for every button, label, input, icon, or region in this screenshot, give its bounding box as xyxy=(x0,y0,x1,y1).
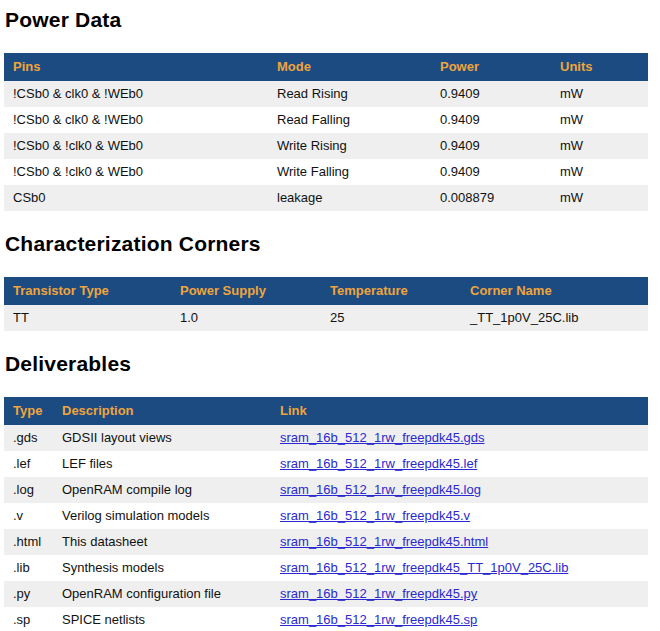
cell-power: 0.9409 xyxy=(431,107,551,133)
power-data-table: Pins Mode Power Units !CSb0 & clk0 & !WE… xyxy=(4,53,648,211)
cell-pins: !CSb0 & clk0 & !WEb0 xyxy=(4,81,268,107)
cell-mode: Write Rising xyxy=(268,133,431,159)
deliverable-link-gds[interactable]: sram_16b_512_1rw_freepdk45.gds xyxy=(280,430,485,445)
cell-pins: !CSb0 & !clk0 & WEb0 xyxy=(4,159,268,185)
cell-units: mW xyxy=(551,133,648,159)
column-header-link: Link xyxy=(271,397,648,425)
deliverables-table: Type Description Link .gds GDSII layout … xyxy=(4,397,648,631)
section-title-deliverables: Deliverables xyxy=(5,352,656,376)
column-header-transistor-type: Transistor Type xyxy=(4,277,171,305)
cell-mode: Read Falling xyxy=(268,107,431,133)
cell-description: Synthesis models xyxy=(53,555,271,581)
cell-type: .py xyxy=(4,581,53,607)
cell-power: 0.9409 xyxy=(431,159,551,185)
cell-temperature: 25 xyxy=(321,305,461,331)
datasheet-page: Power Data Pins Mode Power Units !CSb0 &… xyxy=(0,0,660,631)
deliverable-row: .v Verilog simulation models sram_16b_51… xyxy=(4,503,648,529)
cell-description: SPICE netlists xyxy=(53,607,271,631)
cell-description: OpenRAM configuration file xyxy=(53,581,271,607)
deliverable-link-lef[interactable]: sram_16b_512_1rw_freepdk45.lef xyxy=(280,456,477,471)
column-header-power-supply: Power Supply xyxy=(171,277,321,305)
column-header-mode: Mode xyxy=(268,53,431,81)
cell-mode: Read Rising xyxy=(268,81,431,107)
cell-type: .gds xyxy=(4,425,53,451)
cell-description: Verilog simulation models xyxy=(53,503,271,529)
column-header-type: Type xyxy=(4,397,53,425)
power-row: !CSb0 & !clk0 & WEb0 Write Rising 0.9409… xyxy=(4,133,648,159)
cell-description: GDSII layout views xyxy=(53,425,271,451)
power-row: !CSb0 & clk0 & !WEb0 Read Falling 0.9409… xyxy=(4,107,648,133)
column-header-pins: Pins xyxy=(4,53,268,81)
power-row: !CSb0 & !clk0 & WEb0 Write Falling 0.940… xyxy=(4,159,648,185)
cell-units: mW xyxy=(551,185,648,211)
cell-type: .lef xyxy=(4,451,53,477)
cell-transistor-type: TT xyxy=(4,305,171,331)
cell-mode: Write Falling xyxy=(268,159,431,185)
power-header-row: Pins Mode Power Units xyxy=(4,53,648,81)
column-header-corner-name: Corner Name xyxy=(461,277,648,305)
cell-description: OpenRAM compile log xyxy=(53,477,271,503)
column-header-description: Description xyxy=(53,397,271,425)
deliverable-link-log[interactable]: sram_16b_512_1rw_freepdk45.log xyxy=(280,482,481,497)
deliverable-link-sp[interactable]: sram_16b_512_1rw_freepdk45.sp xyxy=(280,612,477,627)
column-header-power: Power xyxy=(431,53,551,81)
cell-units: mW xyxy=(551,81,648,107)
section-title-power-data: Power Data xyxy=(5,8,656,32)
cell-power-supply: 1.0 xyxy=(171,305,321,331)
column-header-temperature: Temperature xyxy=(321,277,461,305)
cell-pins: !CSb0 & clk0 & !WEb0 xyxy=(4,107,268,133)
cell-power: 0.9409 xyxy=(431,133,551,159)
deliverables-header-row: Type Description Link xyxy=(4,397,648,425)
cell-type: .html xyxy=(4,529,53,555)
cell-type: .sp xyxy=(4,607,53,631)
deliverable-row: .sp SPICE netlists sram_16b_512_1rw_free… xyxy=(4,607,648,631)
cell-type: .v xyxy=(4,503,53,529)
cell-power: 0.008879 xyxy=(431,185,551,211)
deliverable-row: .lib Synthesis models sram_16b_512_1rw_f… xyxy=(4,555,648,581)
deliverable-row: .gds GDSII layout views sram_16b_512_1rw… xyxy=(4,425,648,451)
cell-description: LEF files xyxy=(53,451,271,477)
column-header-units: Units xyxy=(551,53,648,81)
power-row: !CSb0 & clk0 & !WEb0 Read Rising 0.9409 … xyxy=(4,81,648,107)
cell-corner-name: _TT_1p0V_25C.lib xyxy=(461,305,648,331)
cell-pins: !CSb0 & !clk0 & WEb0 xyxy=(4,133,268,159)
deliverable-link-v[interactable]: sram_16b_512_1rw_freepdk45.v xyxy=(280,508,470,523)
cell-description: This datasheet xyxy=(53,529,271,555)
deliverable-row: .lef LEF files sram_16b_512_1rw_freepdk4… xyxy=(4,451,648,477)
cell-units: mW xyxy=(551,107,648,133)
cell-power: 0.9409 xyxy=(431,81,551,107)
deliverable-link-py[interactable]: sram_16b_512_1rw_freepdk45.py xyxy=(280,586,477,601)
deliverable-row: .py OpenRAM configuration file sram_16b_… xyxy=(4,581,648,607)
cell-type: .lib xyxy=(4,555,53,581)
characterization-corners-table: Transistor Type Power Supply Temperature… xyxy=(4,277,648,331)
corners-header-row: Transistor Type Power Supply Temperature… xyxy=(4,277,648,305)
deliverable-row: .log OpenRAM compile log sram_16b_512_1r… xyxy=(4,477,648,503)
corners-row: TT 1.0 25 _TT_1p0V_25C.lib xyxy=(4,305,648,331)
section-title-characterization-corners: Characterization Corners xyxy=(5,232,656,256)
deliverable-row: .html This datasheet sram_16b_512_1rw_fr… xyxy=(4,529,648,555)
deliverable-link-html[interactable]: sram_16b_512_1rw_freepdk45.html xyxy=(280,534,488,549)
cell-units: mW xyxy=(551,159,648,185)
power-row: CSb0 leakage 0.008879 mW xyxy=(4,185,648,211)
cell-type: .log xyxy=(4,477,53,503)
deliverable-link-lib[interactable]: sram_16b_512_1rw_freepdk45_TT_1p0V_25C.l… xyxy=(280,560,568,575)
cell-pins: CSb0 xyxy=(4,185,268,211)
cell-mode: leakage xyxy=(268,185,431,211)
